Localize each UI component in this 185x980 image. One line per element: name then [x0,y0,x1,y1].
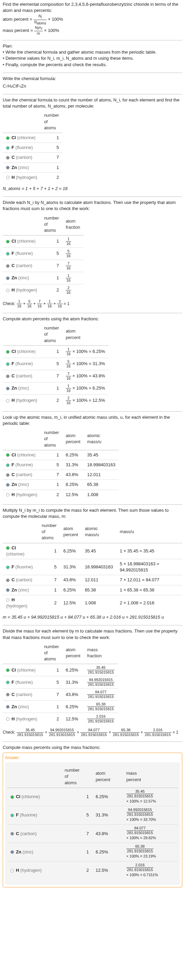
element-dot [6,589,9,592]
mass-fraction: 2.016281.915015815 [84,713,118,725]
element-name: (hydrogen) [16,398,37,403]
atom-count: 7 [41,689,62,701]
divider [3,196,182,197]
table-row: Zn (zinc)16.25%65.381 × 65.38 = 65.38 [3,585,182,595]
massfrac-section: Divide the mass for each element by m to… [3,628,182,737]
table-row: Zn (zinc)16.25%65.38281.915015815 [3,701,118,713]
fraction: 116 [66,347,71,356]
col-header: numberofatoms [41,323,62,345]
table-row: Cl (chlorine)16.25%35.451 × 35.45 = 35.4… [3,543,182,559]
element-dot [11,869,14,872]
fraction: 35.45281.915015815 [126,790,153,798]
table-row: F (fluorine)531.3%18.9984031635 × 18.998… [3,559,182,575]
problem-title: Find the elemental composition for 2,3,4… [3,2,182,35]
element-dot [6,718,9,721]
atom-percent: 6.25% [62,701,84,713]
col-header: atompercent [60,521,81,543]
col-header: atompercent [62,642,84,664]
molmass-table: numberofatomsatompercentatomicmass/umass… [3,521,182,611]
element-name: (hydrogen) [21,868,42,873]
element-dot [11,832,14,835]
divider [3,313,182,313]
atom-percent: 31.3% [92,806,123,824]
atom-count: 5 [41,143,62,153]
element-dot [6,166,9,169]
element-dot [11,814,14,817]
intro: Divide the mass for each element by m to… [3,628,182,640]
table-row: C (carbon)743.8%84.077281.915015815× 100… [7,824,178,843]
col-header [3,213,41,235]
element-dot [6,463,9,467]
atom-percent: 6.25% [60,585,81,595]
atom-percent: 12.5% [62,713,84,725]
table-row: H (hydrogen)212.5%2.016281.915015815 [3,713,118,725]
element-symbol: Zn [11,275,17,280]
element-name: (hydrogen) [16,175,37,180]
element-dot [6,546,9,550]
element-dot [6,264,9,268]
table-row: Zn (zinc)1116 × 100% = 6.25% [3,382,108,394]
col-header: masspercent [123,765,178,788]
element-symbol: Zn [11,704,17,709]
atom-count: 2 [41,394,62,407]
element-symbol: H [11,398,14,403]
atom-frac-table: numberofatomsatomfractionCl (chlorine)11… [3,213,84,297]
count-section: Use the chemical formula to count the nu… [3,97,182,192]
element-symbol: H [11,175,14,180]
element-name: (chlorine) [17,452,36,457]
col-header [3,111,41,133]
atom-fraction: 516 [62,248,84,260]
element-name: (chlorine) [17,135,36,140]
fraction: 2.016281.915015815 [126,863,153,872]
element-name: (fluorine) [16,145,33,150]
fraction: 65.38281.915015815 [87,702,114,711]
element-name: (hydrogen) [16,716,37,721]
atom-percent: 12.5% [62,490,84,500]
atomic-mass: 1.008 [81,595,116,611]
element-name: (fluorine) [16,680,33,685]
element-name: (chlorine) [17,349,36,354]
mass-percent: 65.38281.915015815× 100% = 23.19% [123,843,178,861]
fraction: 2.016281.915015815 [144,728,171,737]
table-row: H (hydrogen)212.5%1.0082 × 1.008 = 2.016 [3,595,182,611]
atom-percent: 116 × 100% = 6.25% [62,345,108,358]
atomic-mass: 18.998403163 [81,559,116,575]
element-name: (carbon) [16,155,32,160]
element-symbol: F [11,361,14,366]
check-prefix: Check: [3,730,17,735]
atom-percent: 43.8% [92,824,123,843]
element-symbol: C [11,692,14,697]
atom-percent: 116 × 100% = 6.25% [62,382,108,394]
atom-fraction: 116 [62,235,84,248]
fraction: 84.077281.915015815 [80,728,108,737]
table-row: H (hydrogen)2216 [3,284,84,297]
element-symbol: C [11,155,14,160]
atom-count: 2 [41,490,62,500]
element-dot [6,137,9,140]
frac: NiNatoms [33,14,47,25]
atom-count: 1 [41,272,62,284]
atom-count: 2 [41,713,62,725]
element-dot [6,252,9,256]
element-name: (carbon) [16,577,32,582]
mass-percent: 84.077281.915015815× 100% = 29.82% [123,824,178,843]
element-name: (chlorine) [17,667,36,673]
count-intro: Use the chemical formula to count the nu… [3,97,182,109]
atom-count: 2 [41,172,62,182]
element-dot [6,668,9,672]
atomic-mass: 18.998403163 [84,460,119,469]
fraction: 516 [66,250,71,258]
element-name: (zinc) [18,704,29,709]
element-dot [6,277,9,280]
table-row: C (carbon)743.8%12.011 [3,470,119,480]
element-symbol: Zn [11,482,17,487]
col-header: numberofatoms [38,521,60,543]
atom-percent: 12.5% [60,595,81,611]
element-symbol: Cl [11,239,16,243]
col-header: numberofatoms [41,642,62,664]
element-symbol: H [11,492,14,497]
label: atom percent = [3,17,32,22]
table-row: F (fluorine)531.3%94.992015815281.915015… [3,676,118,689]
fraction: 116 [66,274,71,282]
fraction: 516 [66,360,71,368]
